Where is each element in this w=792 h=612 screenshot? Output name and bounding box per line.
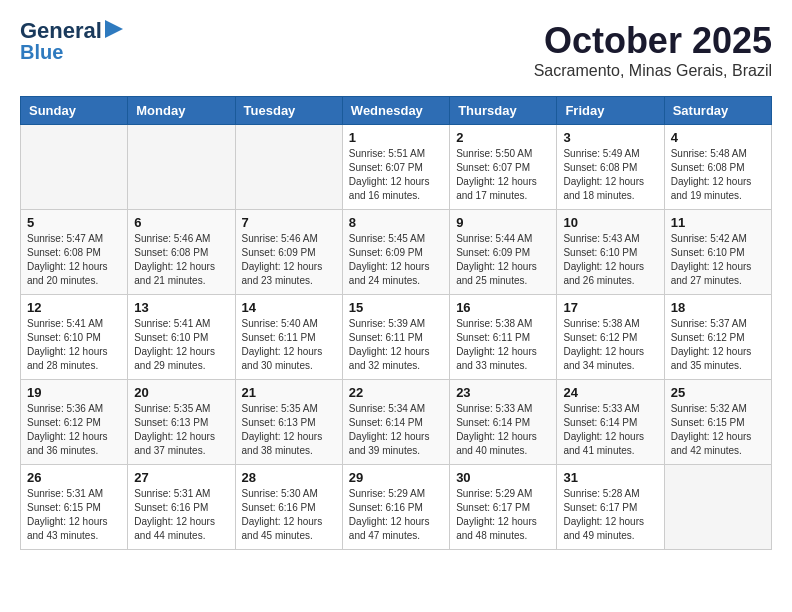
- day-number: 17: [563, 300, 657, 315]
- day-number: 27: [134, 470, 228, 485]
- calendar-cell: 16Sunrise: 5:38 AM Sunset: 6:11 PM Dayli…: [450, 295, 557, 380]
- day-info: Sunrise: 5:39 AM Sunset: 6:11 PM Dayligh…: [349, 317, 443, 373]
- day-number: 13: [134, 300, 228, 315]
- calendar-cell: 6Sunrise: 5:46 AM Sunset: 6:08 PM Daylig…: [128, 210, 235, 295]
- weekday-sunday: Sunday: [21, 97, 128, 125]
- calendar-cell: 15Sunrise: 5:39 AM Sunset: 6:11 PM Dayli…: [342, 295, 449, 380]
- month-title: October 2025: [534, 20, 772, 62]
- day-number: 9: [456, 215, 550, 230]
- day-info: Sunrise: 5:38 AM Sunset: 6:12 PM Dayligh…: [563, 317, 657, 373]
- day-info: Sunrise: 5:46 AM Sunset: 6:09 PM Dayligh…: [242, 232, 336, 288]
- weekday-wednesday: Wednesday: [342, 97, 449, 125]
- day-number: 30: [456, 470, 550, 485]
- day-number: 7: [242, 215, 336, 230]
- day-info: Sunrise: 5:30 AM Sunset: 6:16 PM Dayligh…: [242, 487, 336, 543]
- logo-blue: Blue: [20, 42, 63, 62]
- day-number: 22: [349, 385, 443, 400]
- calendar-table: SundayMondayTuesdayWednesdayThursdayFrid…: [20, 96, 772, 550]
- calendar-cell: 30Sunrise: 5:29 AM Sunset: 6:17 PM Dayli…: [450, 465, 557, 550]
- day-info: Sunrise: 5:31 AM Sunset: 6:15 PM Dayligh…: [27, 487, 121, 543]
- day-number: 2: [456, 130, 550, 145]
- day-info: Sunrise: 5:45 AM Sunset: 6:09 PM Dayligh…: [349, 232, 443, 288]
- week-row-4: 19Sunrise: 5:36 AM Sunset: 6:12 PM Dayli…: [21, 380, 772, 465]
- calendar-cell: [664, 465, 771, 550]
- day-number: 21: [242, 385, 336, 400]
- calendar-cell: 10Sunrise: 5:43 AM Sunset: 6:10 PM Dayli…: [557, 210, 664, 295]
- weekday-monday: Monday: [128, 97, 235, 125]
- location-title: Sacramento, Minas Gerais, Brazil: [534, 62, 772, 80]
- calendar-cell: 28Sunrise: 5:30 AM Sunset: 6:16 PM Dayli…: [235, 465, 342, 550]
- calendar-cell: 23Sunrise: 5:33 AM Sunset: 6:14 PM Dayli…: [450, 380, 557, 465]
- day-number: 1: [349, 130, 443, 145]
- day-info: Sunrise: 5:40 AM Sunset: 6:11 PM Dayligh…: [242, 317, 336, 373]
- calendar-cell: 22Sunrise: 5:34 AM Sunset: 6:14 PM Dayli…: [342, 380, 449, 465]
- day-number: 5: [27, 215, 121, 230]
- calendar-cell: 13Sunrise: 5:41 AM Sunset: 6:10 PM Dayli…: [128, 295, 235, 380]
- day-info: Sunrise: 5:35 AM Sunset: 6:13 PM Dayligh…: [134, 402, 228, 458]
- weekday-header-row: SundayMondayTuesdayWednesdayThursdayFrid…: [21, 97, 772, 125]
- calendar-cell: 29Sunrise: 5:29 AM Sunset: 6:16 PM Dayli…: [342, 465, 449, 550]
- weekday-friday: Friday: [557, 97, 664, 125]
- calendar-cell: 18Sunrise: 5:37 AM Sunset: 6:12 PM Dayli…: [664, 295, 771, 380]
- calendar-cell: 11Sunrise: 5:42 AM Sunset: 6:10 PM Dayli…: [664, 210, 771, 295]
- day-number: 12: [27, 300, 121, 315]
- weekday-saturday: Saturday: [664, 97, 771, 125]
- day-info: Sunrise: 5:32 AM Sunset: 6:15 PM Dayligh…: [671, 402, 765, 458]
- week-row-1: 1Sunrise: 5:51 AM Sunset: 6:07 PM Daylig…: [21, 125, 772, 210]
- calendar-cell: [128, 125, 235, 210]
- day-number: 18: [671, 300, 765, 315]
- day-number: 14: [242, 300, 336, 315]
- calendar-cell: 25Sunrise: 5:32 AM Sunset: 6:15 PM Dayli…: [664, 380, 771, 465]
- day-number: 19: [27, 385, 121, 400]
- day-info: Sunrise: 5:48 AM Sunset: 6:08 PM Dayligh…: [671, 147, 765, 203]
- calendar-cell: 12Sunrise: 5:41 AM Sunset: 6:10 PM Dayli…: [21, 295, 128, 380]
- day-info: Sunrise: 5:33 AM Sunset: 6:14 PM Dayligh…: [456, 402, 550, 458]
- day-info: Sunrise: 5:37 AM Sunset: 6:12 PM Dayligh…: [671, 317, 765, 373]
- day-info: Sunrise: 5:38 AM Sunset: 6:11 PM Dayligh…: [456, 317, 550, 373]
- calendar-cell: 26Sunrise: 5:31 AM Sunset: 6:15 PM Dayli…: [21, 465, 128, 550]
- day-info: Sunrise: 5:49 AM Sunset: 6:08 PM Dayligh…: [563, 147, 657, 203]
- calendar-cell: 7Sunrise: 5:46 AM Sunset: 6:09 PM Daylig…: [235, 210, 342, 295]
- calendar-cell: 9Sunrise: 5:44 AM Sunset: 6:09 PM Daylig…: [450, 210, 557, 295]
- logo: General Blue: [20, 20, 123, 62]
- day-number: 24: [563, 385, 657, 400]
- day-info: Sunrise: 5:36 AM Sunset: 6:12 PM Dayligh…: [27, 402, 121, 458]
- weekday-tuesday: Tuesday: [235, 97, 342, 125]
- logo-icon: [105, 20, 123, 38]
- calendar-cell: [235, 125, 342, 210]
- logo-general: General: [20, 20, 102, 42]
- week-row-2: 5Sunrise: 5:47 AM Sunset: 6:08 PM Daylig…: [21, 210, 772, 295]
- title-section: October 2025 Sacramento, Minas Gerais, B…: [534, 20, 772, 80]
- calendar-cell: 2Sunrise: 5:50 AM Sunset: 6:07 PM Daylig…: [450, 125, 557, 210]
- day-info: Sunrise: 5:35 AM Sunset: 6:13 PM Dayligh…: [242, 402, 336, 458]
- calendar-cell: [21, 125, 128, 210]
- day-info: Sunrise: 5:46 AM Sunset: 6:08 PM Dayligh…: [134, 232, 228, 288]
- calendar-cell: 24Sunrise: 5:33 AM Sunset: 6:14 PM Dayli…: [557, 380, 664, 465]
- day-number: 11: [671, 215, 765, 230]
- day-info: Sunrise: 5:33 AM Sunset: 6:14 PM Dayligh…: [563, 402, 657, 458]
- calendar-cell: 8Sunrise: 5:45 AM Sunset: 6:09 PM Daylig…: [342, 210, 449, 295]
- calendar-cell: 14Sunrise: 5:40 AM Sunset: 6:11 PM Dayli…: [235, 295, 342, 380]
- day-info: Sunrise: 5:47 AM Sunset: 6:08 PM Dayligh…: [27, 232, 121, 288]
- day-info: Sunrise: 5:50 AM Sunset: 6:07 PM Dayligh…: [456, 147, 550, 203]
- calendar-cell: 20Sunrise: 5:35 AM Sunset: 6:13 PM Dayli…: [128, 380, 235, 465]
- day-number: 3: [563, 130, 657, 145]
- day-number: 26: [27, 470, 121, 485]
- day-info: Sunrise: 5:29 AM Sunset: 6:17 PM Dayligh…: [456, 487, 550, 543]
- day-info: Sunrise: 5:42 AM Sunset: 6:10 PM Dayligh…: [671, 232, 765, 288]
- day-number: 23: [456, 385, 550, 400]
- calendar-cell: 5Sunrise: 5:47 AM Sunset: 6:08 PM Daylig…: [21, 210, 128, 295]
- day-info: Sunrise: 5:28 AM Sunset: 6:17 PM Dayligh…: [563, 487, 657, 543]
- day-info: Sunrise: 5:43 AM Sunset: 6:10 PM Dayligh…: [563, 232, 657, 288]
- calendar-cell: 27Sunrise: 5:31 AM Sunset: 6:16 PM Dayli…: [128, 465, 235, 550]
- day-number: 6: [134, 215, 228, 230]
- day-number: 10: [563, 215, 657, 230]
- calendar-cell: 17Sunrise: 5:38 AM Sunset: 6:12 PM Dayli…: [557, 295, 664, 380]
- day-number: 25: [671, 385, 765, 400]
- calendar-cell: 3Sunrise: 5:49 AM Sunset: 6:08 PM Daylig…: [557, 125, 664, 210]
- day-info: Sunrise: 5:29 AM Sunset: 6:16 PM Dayligh…: [349, 487, 443, 543]
- page-header: General Blue October 2025 Sacramento, Mi…: [20, 20, 772, 80]
- day-number: 29: [349, 470, 443, 485]
- day-info: Sunrise: 5:44 AM Sunset: 6:09 PM Dayligh…: [456, 232, 550, 288]
- day-info: Sunrise: 5:34 AM Sunset: 6:14 PM Dayligh…: [349, 402, 443, 458]
